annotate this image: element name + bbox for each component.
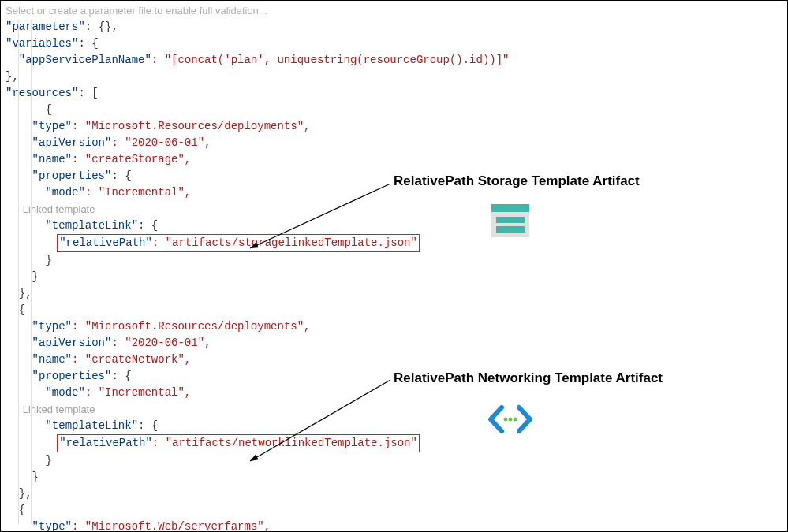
- code-line: }: [6, 269, 787, 285]
- code-line: {: [6, 102, 787, 118]
- code-line: },: [6, 285, 787, 302]
- code-line: "templateLink": {: [6, 218, 787, 234]
- code-line: "parameters": {},: [6, 19, 787, 35]
- svg-rect-2: [496, 217, 525, 223]
- code-line: }: [6, 469, 787, 485]
- network-code-icon: [486, 403, 535, 441]
- svg-point-6: [514, 418, 517, 422]
- validation-hint: Select or create a parameter file to ena…: [6, 2, 787, 19]
- svg-point-5: [509, 418, 513, 422]
- code-line: "appServicePlanName": "[concat('plan', u…: [6, 52, 787, 69]
- code-line: }: [6, 252, 787, 269]
- storage-account-icon: [491, 204, 529, 243]
- code-line: },: [6, 485, 787, 502]
- code-line: "apiVersion": "2020-06-01",: [6, 335, 787, 352]
- code-editor[interactable]: Select or create a parameter file to ena…: [1, 1, 787, 532]
- code-line: {: [6, 302, 787, 318]
- svg-rect-0: [491, 204, 529, 212]
- code-line: "variables": {: [6, 35, 787, 52]
- svg-point-4: [504, 418, 508, 422]
- annotation-network-label: RelativePath Networking Template Artifac…: [394, 370, 663, 386]
- code-line: "templateLink": {: [6, 418, 787, 434]
- linked-template-hint: Linked template: [6, 201, 787, 218]
- highlight-box-network: "relativePath": "artifacts/networklinked…: [57, 434, 420, 452]
- code-line: {: [6, 502, 787, 519]
- code-line: "apiVersion": "2020-06-01",: [6, 135, 787, 151]
- code-line: "resources": [: [6, 85, 787, 102]
- code-line: "type": "Microsoft.Resources/deployments…: [6, 318, 787, 335]
- code-line: "type": "Microsoft.Web/serverfarms",: [6, 519, 787, 532]
- highlight-box-storage: "relativePath": "artifacts/storagelinked…: [57, 234, 420, 252]
- code-line: "name": "createStorage",: [6, 151, 787, 168]
- relative-path-storage-line: "relativePath": "artifacts/storagelinked…: [6, 234, 787, 252]
- code-line: }: [6, 452, 787, 469]
- code-line: "type": "Microsoft.Resources/deployments…: [6, 118, 787, 135]
- svg-rect-3: [496, 226, 525, 233]
- relative-path-network-line: "relativePath": "artifacts/networklinked…: [6, 434, 787, 452]
- annotation-storage-label: RelativePath Storage Template Artifact: [394, 173, 640, 189]
- code-line: "name": "createNetwork",: [6, 352, 787, 368]
- svg-rect-1: [491, 212, 529, 237]
- code-line: "mode": "Incremental",: [6, 385, 787, 401]
- code-line: },: [6, 69, 787, 85]
- linked-template-hint: Linked template: [6, 401, 787, 418]
